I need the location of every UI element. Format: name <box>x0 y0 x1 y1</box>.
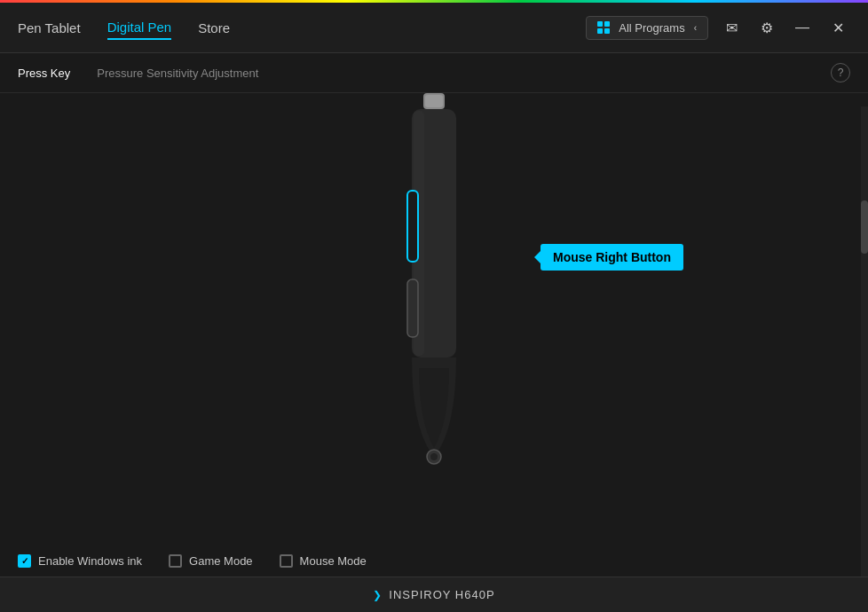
pen-illustration <box>394 93 474 466</box>
nav-store[interactable]: Store <box>198 17 230 39</box>
mouse-mode-item[interactable]: Mouse Mode <box>280 554 367 568</box>
nav-digital-pen[interactable]: Digital Pen <box>107 16 172 40</box>
device-name: INSPIROY H640P <box>389 588 494 601</box>
tab-pressure[interactable]: Pressure Sensitivity Adjustment <box>97 58 258 89</box>
device-footer[interactable]: ❯ INSPIROY H640P <box>0 577 868 612</box>
main-content: Press Key Pressure Sensitivity Adjustmen… <box>0 53 868 612</box>
top-gradient <box>0 0 868 3</box>
scrollbar-thumb[interactable] <box>861 200 868 254</box>
device-chevron-icon: ❯ <box>373 589 382 601</box>
enable-windows-ink-label: Enable Windows ink <box>38 554 142 568</box>
programs-selector[interactable]: All Programs ‹ <box>586 16 708 40</box>
svg-rect-1 <box>425 95 443 107</box>
scrollbar-track[interactable] <box>861 106 868 577</box>
svg-rect-4 <box>407 191 418 262</box>
programs-label: All Programs <box>619 21 684 35</box>
programs-chevron: ‹ <box>694 23 697 33</box>
help-button[interactable]: ? <box>831 63 850 82</box>
titlebar-right: All Programs ‹ ✉ ⚙ — ✕ <box>586 15 850 40</box>
titlebar: Pen Tablet Digital Pen Store All Program… <box>0 3 868 53</box>
enable-windows-ink-checkbox[interactable] <box>18 554 31 568</box>
svg-point-9 <box>430 453 438 460</box>
tab-press-key[interactable]: Press Key <box>18 58 70 89</box>
tab-row-right: ? <box>831 63 850 82</box>
enable-windows-ink-item[interactable]: Enable Windows ink <box>18 554 142 568</box>
tooltip: Mouse Right Button <box>541 244 683 271</box>
game-mode-item[interactable]: Game Mode <box>169 554 253 568</box>
tab-row: Press Key Pressure Sensitivity Adjustmen… <box>0 53 868 93</box>
settings-button[interactable]: ⚙ <box>754 15 779 40</box>
close-button[interactable]: ✕ <box>825 15 850 40</box>
grid-icon <box>597 21 610 34</box>
mouse-mode-checkbox[interactable] <box>280 554 293 568</box>
titlebar-nav: Pen Tablet Digital Pen Store <box>18 16 586 40</box>
bottom-options: Enable Windows ink Game Mode Mouse Mode <box>18 554 367 568</box>
minimize-button[interactable]: — <box>790 15 815 40</box>
game-mode-checkbox[interactable] <box>169 554 182 568</box>
svg-rect-5 <box>407 279 418 337</box>
pen-area: Mouse Right Button <box>0 93 868 528</box>
mail-button[interactable]: ✉ <box>719 15 744 40</box>
nav-pen-tablet[interactable]: Pen Tablet <box>18 17 81 39</box>
mouse-mode-label: Mouse Mode <box>300 554 367 568</box>
game-mode-label: Game Mode <box>189 554 253 568</box>
